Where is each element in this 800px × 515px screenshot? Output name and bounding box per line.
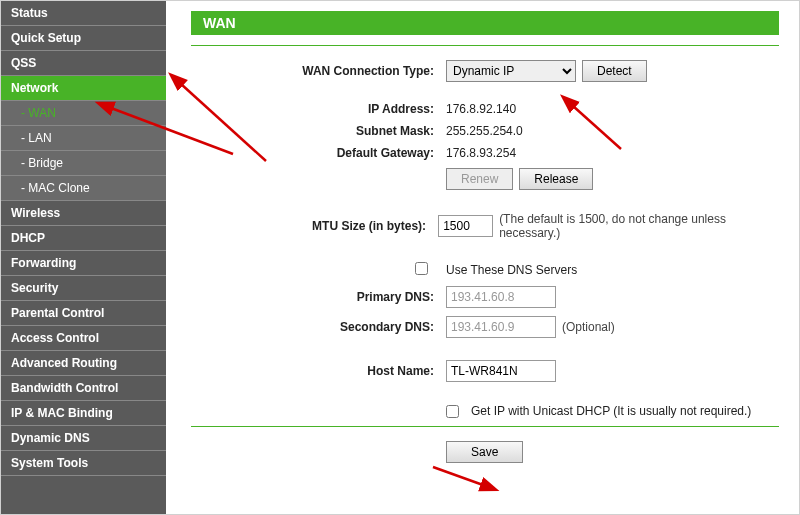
mask-label: Subnet Mask: <box>191 124 446 138</box>
nav-status[interactable]: Status <box>1 1 166 26</box>
nav-mac-clone[interactable]: - MAC Clone <box>1 176 166 201</box>
ip-value: 176.8.92.140 <box>446 102 516 116</box>
nav-qss[interactable]: QSS <box>1 51 166 76</box>
unicast-checkbox[interactable] <box>446 405 459 418</box>
nav-system-tools[interactable]: System Tools <box>1 451 166 476</box>
renew-button[interactable]: Renew <box>446 168 513 190</box>
divider-bottom <box>191 426 779 427</box>
nav-security[interactable]: Security <box>1 276 166 301</box>
divider <box>191 45 779 46</box>
sdns-label: Secondary DNS: <box>191 320 446 334</box>
use-dns-checkbox[interactable] <box>415 262 428 275</box>
conn-type-label: WAN Connection Type: <box>191 64 446 78</box>
nav-lan[interactable]: - LAN <box>1 126 166 151</box>
unicast-label: Get IP with Unicast DHCP (It is usually … <box>471 404 751 418</box>
pdns-label: Primary DNS: <box>191 290 446 304</box>
nav-forwarding[interactable]: Forwarding <box>1 251 166 276</box>
nav-wan[interactable]: - WAN <box>1 101 166 126</box>
mtu-note: (The default is 1500, do not change unle… <box>499 212 779 240</box>
nav-dhcp[interactable]: DHCP <box>1 226 166 251</box>
gw-label: Default Gateway: <box>191 146 446 160</box>
host-label: Host Name: <box>191 364 446 378</box>
release-button[interactable]: Release <box>519 168 593 190</box>
nav-parental-control[interactable]: Parental Control <box>1 301 166 326</box>
mask-value: 255.255.254.0 <box>446 124 523 138</box>
nav-bridge[interactable]: - Bridge <box>1 151 166 176</box>
gw-value: 176.8.93.254 <box>446 146 516 160</box>
nav-access-control[interactable]: Access Control <box>1 326 166 351</box>
host-input[interactable] <box>446 360 556 382</box>
main-panel: WAN WAN Connection Type: Dynamic IP Dete… <box>166 1 799 514</box>
sidebar: Status Quick Setup QSS Network - WAN - L… <box>1 1 166 514</box>
nav-advanced-routing[interactable]: Advanced Routing <box>1 351 166 376</box>
page-title: WAN <box>191 11 779 35</box>
ip-label: IP Address: <box>191 102 446 116</box>
sdns-input[interactable] <box>446 316 556 338</box>
mtu-label: MTU Size (in bytes): <box>191 219 438 233</box>
pdns-input[interactable] <box>446 286 556 308</box>
detect-button[interactable]: Detect <box>582 60 647 82</box>
nav-dynamic-dns[interactable]: Dynamic DNS <box>1 426 166 451</box>
nav-network[interactable]: Network <box>1 76 166 101</box>
nav-bandwidth-control[interactable]: Bandwidth Control <box>1 376 166 401</box>
nav-quick-setup[interactable]: Quick Setup <box>1 26 166 51</box>
conn-type-select[interactable]: Dynamic IP <box>446 60 576 82</box>
mtu-input[interactable] <box>438 215 493 237</box>
nav-ip-mac-binding[interactable]: IP & MAC Binding <box>1 401 166 426</box>
save-button[interactable]: Save <box>446 441 523 463</box>
nav-wireless[interactable]: Wireless <box>1 201 166 226</box>
sdns-note: (Optional) <box>562 320 615 334</box>
use-dns-label: Use These DNS Servers <box>446 263 577 277</box>
